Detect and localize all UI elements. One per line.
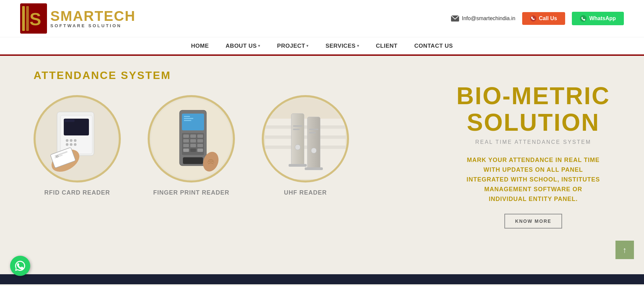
brand-sub: SOFTWARE SOLUTION: [50, 23, 136, 28]
svg-rect-34: [190, 139, 196, 142]
logo-area[interactable]: S SMARTECH SOFTWARE SOLUTION: [20, 3, 136, 34]
navbar: HOME ABOUT US ▾ PROJECT ▾ SERVICES ▾ CLI…: [0, 37, 644, 56]
svg-rect-54: [309, 129, 318, 130]
nav-client[interactable]: CLIENT: [376, 43, 397, 49]
whatsapp-float-button[interactable]: [10, 256, 30, 276]
email-icon: [451, 15, 459, 22]
svg-rect-27: [184, 118, 193, 119]
rfid-device-svg: ID: [37, 98, 117, 179]
whatsapp-float-icon: [14, 260, 26, 272]
whatsapp-button[interactable]: WhatsApp: [572, 12, 624, 25]
header-top: S SMARTECH SOFTWARE SOLUTION Info@smarte…: [0, 0, 644, 37]
fingerprint-label: FINGER PRINT READER: [153, 189, 229, 196]
know-more-button[interactable]: KNOW MORE: [504, 214, 562, 229]
svg-rect-46: [265, 125, 346, 129]
svg-rect-2: [26, 6, 29, 31]
section-title: ATTENDANCE SYSTEM: [34, 69, 624, 82]
svg-point-56: [311, 148, 316, 153]
svg-rect-30: [183, 134, 189, 138]
nav-services[interactable]: SERVICES ▾: [326, 43, 359, 49]
brand-name: SMARTECH: [50, 9, 136, 23]
svg-rect-55: [309, 132, 316, 133]
logo-text: SMARTECH SOFTWARE SOLUTION: [50, 9, 136, 28]
whatsapp-header-icon: [580, 15, 587, 22]
chevron-down-icon: ▾: [357, 44, 359, 48]
svg-point-17: [74, 143, 77, 146]
biometric-description: MARK YOUR ATTENDANCE IN REAL TIME WITH U…: [449, 155, 617, 204]
svg-rect-41: [197, 149, 203, 152]
svg-rect-32: [197, 134, 203, 138]
svg-point-16: [70, 143, 72, 146]
svg-rect-39: [183, 149, 189, 152]
svg-rect-58: [305, 167, 323, 170]
scroll-top-arrow-icon: ↑: [623, 245, 627, 255]
biometric-title: BIO-METRIC SOLUTION: [449, 83, 617, 136]
svg-rect-47: [265, 135, 346, 139]
svg-rect-26: [184, 116, 190, 117]
product-rfid: ID RFID CARD READER: [34, 95, 121, 196]
email-text: Info@smartechindia.in: [462, 15, 515, 22]
svg-text:S: S: [30, 9, 41, 29]
chevron-down-icon: ▾: [258, 44, 260, 48]
logo-icon: S: [20, 3, 47, 34]
biometric-subtitle: REAL TIME ATTENDANCE SYSTEM: [449, 139, 617, 145]
svg-rect-50: [307, 117, 320, 169]
svg-point-13: [70, 139, 72, 142]
svg-rect-38: [197, 144, 203, 147]
svg-rect-42: [183, 157, 203, 164]
svg-point-6: [580, 15, 587, 22]
product-fingerprint: FINGER PRINT READER: [148, 95, 235, 196]
chevron-down-icon: ▾: [306, 44, 309, 48]
biometric-section: BIO-METRIC SOLUTION REAL TIME ATTENDANCE…: [449, 83, 617, 229]
nav-home[interactable]: HOME: [191, 43, 209, 49]
fingerprint-circle: [148, 95, 235, 182]
uhf-label: UHF READER: [284, 189, 327, 196]
svg-point-12: [66, 139, 68, 142]
phone-icon: [530, 15, 536, 22]
svg-point-5: [530, 15, 536, 22]
scroll-to-top-button[interactable]: ↑: [615, 241, 634, 259]
svg-rect-33: [183, 139, 189, 142]
svg-rect-40: [190, 149, 196, 152]
uhf-circle: [262, 95, 349, 182]
rfid-label: RFID CARD READER: [44, 189, 110, 196]
svg-point-14: [74, 139, 77, 142]
nav-project[interactable]: PROJECT ▾: [277, 43, 309, 49]
svg-rect-35: [197, 139, 203, 142]
fingerprint-device-svg: [151, 98, 232, 179]
nav-about-us[interactable]: ABOUT US ▾: [226, 43, 260, 49]
svg-rect-49: [291, 114, 304, 166]
svg-rect-37: [190, 144, 196, 147]
header-contact: Info@smartechindia.in Call Us WhatsApp: [451, 12, 624, 25]
call-us-button[interactable]: Call Us: [522, 12, 565, 25]
svg-rect-11: [64, 119, 75, 122]
svg-rect-31: [190, 134, 196, 138]
email-area: Info@smartechindia.in: [451, 15, 515, 22]
svg-point-53: [295, 145, 300, 150]
svg-rect-57: [289, 164, 307, 167]
footer-bar: [0, 274, 644, 284]
svg-rect-36: [183, 144, 189, 147]
svg-rect-51: [293, 125, 302, 127]
svg-point-15: [66, 143, 68, 146]
svg-rect-1: [22, 6, 25, 31]
svg-rect-48: [265, 146, 346, 149]
svg-rect-28: [184, 120, 191, 121]
nav-contact-us[interactable]: CONTACT US: [414, 43, 453, 49]
product-uhf: UHF READER: [262, 95, 349, 196]
main-content: ATTENDANCE SYSTEM: [0, 56, 644, 274]
svg-rect-52: [293, 129, 300, 130]
uhf-device-svg: [265, 98, 346, 179]
rfid-circle: ID: [34, 95, 121, 182]
